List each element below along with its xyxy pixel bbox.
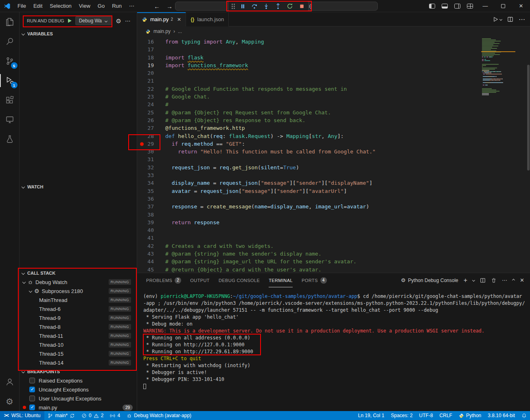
breadcrumb-more[interactable]: ... <box>178 28 182 34</box>
gutter[interactable]: 34 <box>137 179 159 187</box>
call-stack-item-thread-14[interactable]: Thread-14RUNNING <box>20 358 137 367</box>
run-python-file-button[interactable] <box>493 16 502 22</box>
code-line[interactable]: 40 <box>137 226 530 234</box>
code-line[interactable]: 29 if req.method == "GET": <box>137 140 530 148</box>
gutter[interactable]: 19 <box>137 61 159 69</box>
variables-header[interactable]: VARIABLES <box>20 29 137 38</box>
activity-accounts[interactable] <box>0 372 20 392</box>
gutter[interactable]: 20 <box>137 69 159 77</box>
menu-view[interactable]: View <box>75 2 94 11</box>
gutter[interactable]: 40 <box>137 226 159 234</box>
language-mode[interactable]: Python <box>456 411 484 420</box>
menu-more[interactable]: ⋯ <box>125 2 138 11</box>
debug-config-dropdown[interactable]: Debug Wa <box>75 16 112 25</box>
breakpoint-item-raised-exceptions[interactable]: Raised Exceptions <box>20 376 137 385</box>
code-line[interactable]: 39 return response <box>137 219 530 226</box>
minimize-button[interactable]: — <box>476 0 494 12</box>
panel-tab-problems[interactable]: PROBLEMS2 <box>146 273 181 287</box>
call-stack-header[interactable]: CALL STACK <box>20 269 137 278</box>
gutter[interactable]: 21 <box>137 77 159 85</box>
kill-terminal-icon[interactable] <box>491 278 497 283</box>
minimap[interactable] <box>482 38 514 95</box>
drag-handle-icon[interactable] <box>232 4 233 5</box>
gutter[interactable]: 31 <box>137 155 159 163</box>
eol-sequence[interactable]: CRLF <box>436 411 456 420</box>
gutter[interactable]: 38 <box>137 211 159 219</box>
code-line[interactable]: 44# @param {string} image_url the URL fo… <box>137 258 530 265</box>
activity-search[interactable] <box>0 32 20 51</box>
step-into-button[interactable] <box>263 2 270 10</box>
call-stack-item-thread-15[interactable]: Thread-15RUNNING <box>20 349 137 358</box>
panel-tab-ports[interactable]: PORTS4 <box>302 273 327 287</box>
terminal-instance[interactable]: ⚙ Python Debug Console <box>401 277 458 283</box>
problems-indicator[interactable]: 0 2 <box>78 411 107 420</box>
maximize-button[interactable] <box>494 0 512 12</box>
toggle-panel-icon[interactable] <box>442 4 448 9</box>
code-line[interactable]: 18import flask <box>137 54 530 61</box>
menu-run[interactable]: Run <box>108 2 125 11</box>
nav-back-icon[interactable]: ← <box>154 3 160 10</box>
panel-tab-output[interactable]: OUTPUT <box>190 273 210 287</box>
checkbox[interactable] <box>29 396 35 401</box>
code-line[interactable]: 25# @param {Object} req Request sent fro… <box>137 109 530 116</box>
code-line[interactable]: 36 <box>137 195 530 203</box>
call-stack-item-thread-8[interactable]: Thread-8RUNNING <box>20 322 137 331</box>
maximize-panel-icon[interactable] <box>512 279 515 282</box>
gutter[interactable]: 44 <box>137 258 159 265</box>
close-tab-icon[interactable]: ✕ <box>177 17 181 22</box>
activity-remote-explorer[interactable] <box>0 110 20 129</box>
panel-more-icon[interactable]: ⋯ <box>502 277 507 283</box>
new-terminal-icon[interactable]: + <box>464 277 467 284</box>
breakpoint-item-uncaught-exceptions[interactable]: Uncaught Exceptions <box>20 385 137 394</box>
code-line[interactable]: 42# Creates a card with two widgets. <box>137 242 530 250</box>
code-line[interactable]: 21 <box>137 77 530 85</box>
breakpoint-dot[interactable] <box>140 142 144 146</box>
gutter[interactable]: 25 <box>137 109 159 116</box>
activity-source-control[interactable]: 5 <box>0 51 20 71</box>
call-stack-item-subprocess-2180[interactable]: ⚙Subprocess 2180RUNNING <box>20 287 137 295</box>
python-interpreter[interactable]: 3.8.10 64-bit <box>484 411 518 420</box>
code-line[interactable]: 34 display_name = request_json["message"… <box>137 179 530 187</box>
code-line[interactable]: 45# @return {Object} a card with the use… <box>137 266 530 273</box>
menu-go[interactable]: Go <box>94 2 108 11</box>
step-out-button[interactable] <box>274 2 282 10</box>
customize-layout-icon[interactable] <box>467 4 473 9</box>
checkbox[interactable] <box>29 405 35 410</box>
close-button[interactable]: ✕ <box>512 0 530 12</box>
code-line[interactable]: 41 <box>137 234 530 242</box>
gutter[interactable]: 27 <box>137 124 159 132</box>
gutter[interactable]: 17 <box>137 46 159 53</box>
gutter[interactable]: 22 <box>137 85 159 93</box>
indentation[interactable]: Spaces: 2 <box>388 411 416 420</box>
debug-session-indicator[interactable]: Debug Watch (avatar-app) <box>123 411 195 420</box>
activity-explorer[interactable] <box>0 12 20 32</box>
tab-main.py[interactable]: main.py2✕ <box>137 12 186 26</box>
code-line[interactable]: 27@functions_framework.http <box>137 124 530 132</box>
editor-scrollbar[interactable] <box>527 65 530 171</box>
breadcrumb-file[interactable]: main.py <box>153 28 171 34</box>
code-line[interactable]: 31 <box>137 155 530 163</box>
call-stack-item-thread-6[interactable]: Thread-6RUNNING <box>20 304 137 313</box>
code-line[interactable]: 20 <box>137 69 530 77</box>
close-panel-icon[interactable]: ✕ <box>520 277 524 283</box>
pause-button[interactable] <box>239 2 246 10</box>
gutter[interactable]: 33 <box>137 171 159 179</box>
gutter[interactable]: 18 <box>137 54 159 61</box>
code-line[interactable]: 37 response = create_message(name=displa… <box>137 203 530 210</box>
code-line[interactable]: 19import functions_framework <box>137 61 530 69</box>
breakpoints-header[interactable]: BREAKPOINTS <box>20 367 137 376</box>
gutter[interactable]: 24 <box>137 101 159 108</box>
code-line[interactable]: 26# @param {Object} res Response to send… <box>137 116 530 124</box>
split-terminal-icon[interactable] <box>480 278 486 283</box>
activity-extensions[interactable] <box>0 90 20 110</box>
breadcrumb[interactable]: main.py › ... <box>137 26 530 36</box>
activity-settings[interactable]: ⚙ <box>0 392 20 411</box>
panel-tab-terminal[interactable]: TERMINAL <box>269 273 293 287</box>
gutter[interactable]: 45 <box>137 266 159 273</box>
gutter[interactable]: 23 <box>137 93 159 101</box>
code-line[interactable]: 35 avatar = request_json["message"]["sen… <box>137 187 530 195</box>
gutter[interactable]: 16 <box>137 38 159 46</box>
step-over-button[interactable] <box>251 2 258 10</box>
activity-run-and-debug[interactable]: 1 <box>0 71 20 90</box>
remote-indicator[interactable]: >< WSL: Ubuntu <box>0 411 44 420</box>
